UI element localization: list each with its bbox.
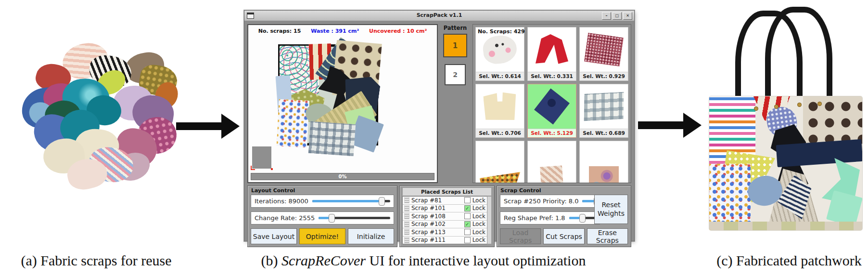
placed-scraps-title: Placed Scraps List — [402, 187, 492, 196]
fabric-thumb-flower — [589, 166, 619, 183]
progress-bar: 0% — [251, 173, 434, 180]
scrap-thumbnail[interactable] — [580, 27, 628, 72]
lock-checkbox-checked[interactable]: ✓ — [464, 205, 471, 211]
drag-handle-icon[interactable] — [404, 205, 409, 211]
scrap-control-title: Scrap Control — [500, 187, 541, 194]
scrap-thumbnail[interactable] — [476, 141, 524, 183]
load-scraps-button[interactable]: Load Scraps — [500, 228, 541, 244]
placed-scrap-row[interactable]: Scrap #113 Lock — [403, 228, 487, 237]
scrap-name: Scrap #108 — [411, 213, 462, 220]
scrap-cell[interactable] — [475, 141, 524, 183]
rivet — [818, 102, 821, 106]
scrap-cell[interactable]: Sel. Wt.: 0.706 — [475, 84, 524, 138]
minimize-button[interactable]: – — [602, 12, 611, 20]
rivet — [775, 105, 778, 108]
slider-handle[interactable] — [379, 197, 385, 206]
slider-handle[interactable] — [329, 214, 335, 223]
close-button[interactable]: ✕ — [623, 12, 632, 20]
placed-scrap-row[interactable]: Scrap #108 Lock — [403, 212, 487, 221]
reg-shape-slider-box: Reg Shape Pref: 1.8 — [500, 211, 600, 224]
fabric-thumb-red — [534, 34, 570, 65]
save-layout-button[interactable]: Save Layout — [251, 228, 297, 244]
scrap-thumbnail[interactable] — [528, 141, 576, 183]
scrap-cell[interactable]: Sel. Wt.: 0.689 — [579, 84, 628, 138]
lock-checkbox[interactable] — [464, 197, 471, 203]
caption-b-prefix: (b) — [261, 252, 281, 268]
fabric-patch — [709, 222, 862, 230]
lock-label: Lock — [472, 205, 485, 211]
scrap-thumbnail[interactable] — [528, 27, 576, 72]
scrap-cell[interactable]: Sel. Wt.: 0.614 — [475, 27, 524, 81]
lock-checkbox-checked[interactable]: ✓ — [464, 221, 471, 227]
change-rate-slider[interactable] — [319, 212, 390, 224]
scrap-cell[interactable] — [527, 141, 576, 183]
sel-wt-label: Sel. Wt.: 0.331 — [528, 72, 576, 80]
reset-weights-button[interactable]: Reset Weights — [594, 195, 628, 224]
drag-handle-icon[interactable] — [404, 229, 409, 235]
drag-handle-icon[interactable] — [404, 237, 409, 243]
placed-scrap-row[interactable]: Scrap #81 Lock — [403, 197, 487, 205]
scrap-thumbnail[interactable] — [580, 141, 628, 183]
window-content: No. scraps: 15 Waste : 391 cm² Uncovered… — [244, 21, 634, 241]
arrow-right-icon — [176, 114, 240, 139]
patchwork-bag-photo — [703, 4, 868, 239]
scrap-cell-selected[interactable]: Sel. Wt.: 5.129 — [527, 84, 576, 138]
stat-waste: Waste : 391 cm² — [311, 28, 359, 34]
lock-checkbox[interactable] — [464, 229, 471, 235]
iterations-slider[interactable] — [312, 195, 390, 207]
placed-scrap-row[interactable]: Scrap #102 ✓ Lock — [403, 221, 487, 229]
arrow-head — [683, 113, 702, 138]
scrollbar[interactable] — [487, 196, 492, 244]
placed-scrap-row[interactable]: Scrap #111 Lock — [403, 237, 487, 244]
placed-scraps-panel: Placed Scraps List Scrap #81 Lock Scrap … — [399, 185, 495, 247]
arrow-shaft — [176, 122, 221, 130]
scrap-thumbnail[interactable] — [580, 84, 628, 129]
iterations-label: Iterations: 89000 — [255, 198, 308, 205]
maximize-button[interactable]: □ — [613, 12, 622, 20]
reg-shape-label: Reg Shape Pref: 1.8 — [504, 214, 565, 222]
drag-handle-icon[interactable] — [404, 197, 409, 203]
cut-scraps-button[interactable]: Cut Scraps — [543, 228, 584, 244]
drag-handle-icon[interactable] — [404, 213, 409, 219]
app-window: ScrapPack v1.1 – □ ✕ No. scraps: 15 Wast… — [244, 11, 634, 241]
lock-label: Lock — [472, 237, 485, 243]
placed-scrap-row[interactable]: Scrap #101 ✓ Lock — [403, 205, 487, 213]
fabric-patch — [276, 99, 309, 147]
drag-handle-icon[interactable] — [404, 221, 409, 227]
scrap-thumbnail[interactable] — [476, 84, 524, 129]
optimize-button[interactable]: Optimize! — [299, 228, 345, 244]
title-bar[interactable]: ScrapPack v1.1 – □ ✕ — [244, 11, 634, 21]
scrap-cell[interactable] — [579, 141, 628, 183]
rivet — [754, 107, 758, 110]
fabric-thumb-navy — [534, 89, 570, 125]
preview-inset — [252, 146, 271, 169]
initialize-button[interactable]: Initialize — [348, 228, 394, 244]
arrow-right-icon — [638, 113, 702, 138]
sel-wt-label: Sel. Wt.: 0.614 — [476, 72, 524, 80]
stat-num-scraps: No. scraps: 15 — [258, 28, 301, 34]
canvas-stats: No. scraps: 15 Waste : 391 cm² Uncovered… — [248, 28, 437, 34]
pattern-button-2[interactable]: 2 — [445, 64, 466, 85]
patchwork-layout[interactable] — [278, 44, 378, 145]
lock-checkbox[interactable] — [464, 213, 471, 219]
fabric-patch — [308, 121, 356, 156]
priority-label: Scrap #250 Priority: 8.0 — [504, 198, 578, 205]
scrap-cell[interactable]: Sel. Wt.: 0.331 — [527, 27, 576, 81]
lock-checkbox[interactable] — [464, 237, 471, 243]
layout-canvas[interactable]: No. scraps: 15 Waste : 391 cm² Uncovered… — [247, 24, 438, 183]
scrap-cell[interactable]: Sel. Wt.: 0.929 — [579, 27, 628, 81]
fabric-thumb-tan — [483, 92, 517, 121]
bag-body — [709, 96, 862, 230]
reg-shape-slider[interactable] — [569, 212, 598, 224]
pattern-button-1[interactable]: 1 — [443, 34, 467, 57]
fabric-scraps-photo — [17, 38, 183, 221]
slider-handle[interactable] — [579, 214, 586, 223]
fabric-patch — [709, 164, 751, 230]
scrap-gallery: No. Scraps: 429 Sel. Wt.: 0.614 Sel. Wt.… — [472, 24, 631, 183]
arrow-shaft — [638, 121, 683, 129]
erase-scraps-button[interactable]: Erase Scraps — [587, 228, 628, 244]
lock-label: Lock — [472, 221, 485, 227]
rivet — [798, 103, 801, 106]
fabric-thumb-plaid — [584, 92, 624, 121]
scrap-thumbnail[interactable] — [528, 84, 576, 129]
